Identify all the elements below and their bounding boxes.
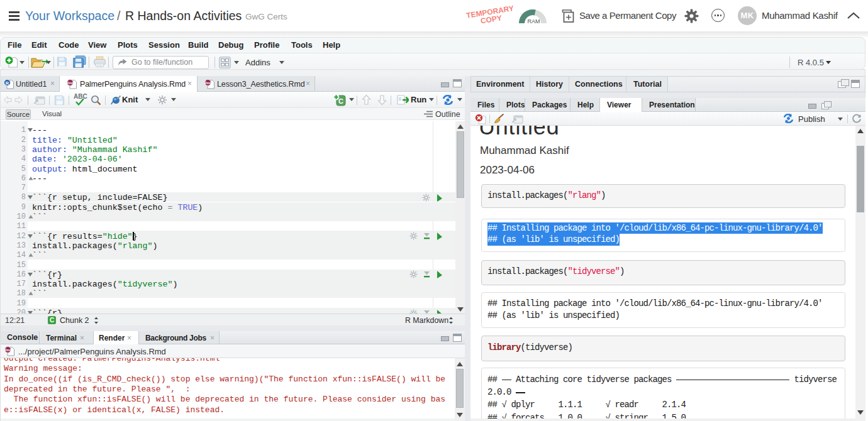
svg-text:RAM: RAM <box>528 18 540 25</box>
svg-text:Rmd: Rmd <box>205 82 211 85</box>
svg-text:Rmd: Rmd <box>67 82 74 85</box>
svg-text:Rmd: Rmd <box>5 349 11 352</box>
svg-text:R: R <box>6 80 9 86</box>
svg-text:C: C <box>338 97 343 105</box>
